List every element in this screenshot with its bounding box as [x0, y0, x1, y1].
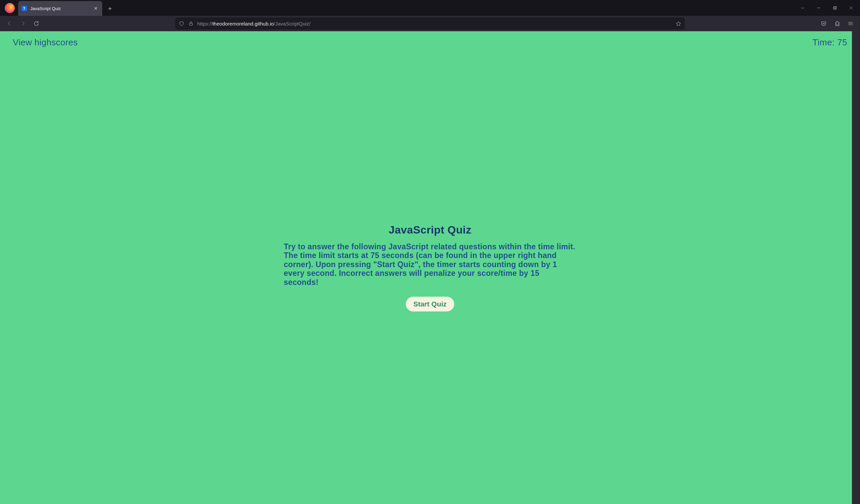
url-domain: theodoremoreland.github.io	[213, 21, 274, 27]
titlebar: ? JavaScript Quiz ✕ +	[0, 0, 860, 16]
window-minimize-button[interactable]	[811, 2, 826, 14]
back-button[interactable]	[3, 17, 15, 30]
quiz-title: JavaScript Quiz	[284, 224, 576, 236]
svg-marker-6	[676, 21, 681, 26]
svg-rect-1	[834, 6, 836, 9]
quiz-intro-card: JavaScript Quiz Try to answer the follow…	[284, 224, 576, 311]
tabs-dropdown-button[interactable]	[795, 2, 810, 14]
browser-tab[interactable]: ? JavaScript Quiz ✕	[18, 1, 102, 16]
window-restore-button[interactable]	[827, 2, 843, 14]
quiz-main: JavaScript Quiz Try to answer the follow…	[0, 31, 860, 504]
nav-toolbar: https://theodoremoreland.github.io/JavaS…	[0, 16, 860, 31]
url-text[interactable]: https://theodoremoreland.github.io/JavaS…	[197, 21, 672, 27]
lock-icon[interactable]	[188, 20, 194, 27]
new-tab-button[interactable]: +	[104, 3, 116, 14]
extensions-button[interactable]	[831, 17, 843, 30]
window-close-button[interactable]	[843, 2, 859, 14]
forward-button[interactable]	[17, 17, 29, 30]
pocket-button[interactable]	[818, 17, 830, 30]
vertical-scrollbar[interactable]	[852, 31, 860, 504]
url-scheme: https://	[197, 21, 213, 27]
start-quiz-button[interactable]: Start Quiz	[406, 297, 454, 311]
firefox-icon	[5, 3, 15, 13]
tab-close-button[interactable]: ✕	[93, 5, 99, 12]
bookmark-star-icon[interactable]	[675, 20, 682, 27]
tab-favicon-icon: ?	[22, 6, 27, 11]
page-viewport: View highscores Time: 75 JavaScript Quiz…	[0, 31, 860, 504]
address-bar[interactable]: https://theodoremoreland.github.io/JavaS…	[175, 17, 685, 30]
url-path: /JavaScriptQuiz/	[274, 21, 310, 27]
svg-rect-5	[189, 23, 192, 25]
tab-title: JavaScript Quiz	[30, 6, 89, 11]
window-controls	[795, 0, 860, 16]
app-menu-button[interactable]	[845, 17, 857, 30]
quiz-description: Try to answer the following JavaScript r…	[284, 242, 576, 286]
svg-rect-2	[833, 7, 836, 10]
shield-icon[interactable]	[178, 20, 185, 27]
reload-button[interactable]	[30, 17, 42, 30]
